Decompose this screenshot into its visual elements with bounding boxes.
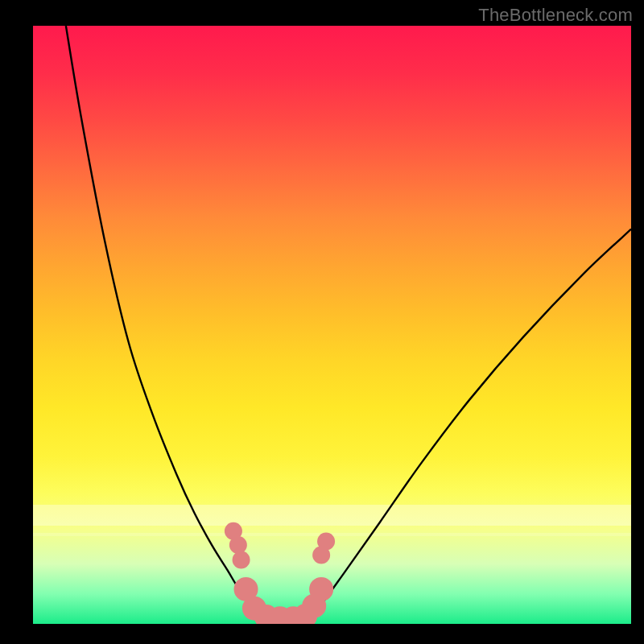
watermark-text: TheBottleneck.com <box>478 5 633 26</box>
curve-layer <box>33 26 631 624</box>
curve-right <box>308 229 631 618</box>
data-marker <box>309 577 333 601</box>
marker-group <box>225 522 335 624</box>
chart-frame: TheBottleneck.com <box>0 0 644 644</box>
data-marker <box>229 536 247 554</box>
data-marker <box>317 532 335 550</box>
data-marker <box>233 551 250 568</box>
plot-area <box>33 26 631 624</box>
